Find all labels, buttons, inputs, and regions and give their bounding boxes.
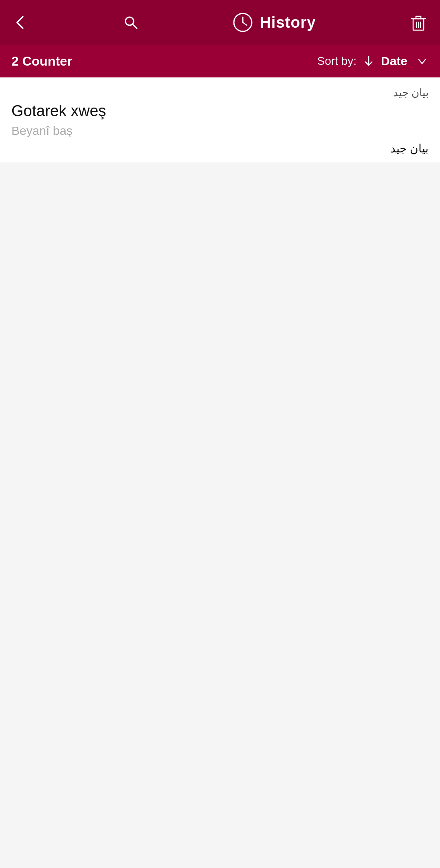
sort-direction-icon xyxy=(362,55,375,68)
svg-line-4 xyxy=(243,22,247,25)
header: History xyxy=(0,0,440,45)
clock-icon xyxy=(232,11,254,33)
item-label-right-2: بيان جيد xyxy=(11,142,429,155)
list-area: بيان جيد Gotarek xweş Beyanî baş بيان جي… xyxy=(0,77,440,163)
item-label-right: بيان جيد xyxy=(11,86,429,99)
delete-button[interactable] xyxy=(408,12,429,33)
list-item[interactable]: بيان جيد Gotarek xweş Beyanî baş بيان جي… xyxy=(0,77,440,163)
sort-area[interactable]: Sort by: Date xyxy=(317,54,429,68)
header-title: History xyxy=(260,14,316,31)
back-button[interactable] xyxy=(11,13,29,31)
item-title: Gotarek xweş xyxy=(11,102,429,120)
svg-line-1 xyxy=(132,24,137,29)
search-button[interactable] xyxy=(122,13,140,31)
counter-label: 2 Counter xyxy=(11,54,72,69)
header-center: History xyxy=(232,11,316,33)
sort-value-label: Date xyxy=(381,54,407,68)
sort-by-label: Sort by: xyxy=(317,55,356,68)
dropdown-arrow-icon xyxy=(416,55,429,68)
toolbar: 2 Counter Sort by: Date xyxy=(0,45,440,77)
item-subtitle: Beyanî baş xyxy=(11,124,429,138)
